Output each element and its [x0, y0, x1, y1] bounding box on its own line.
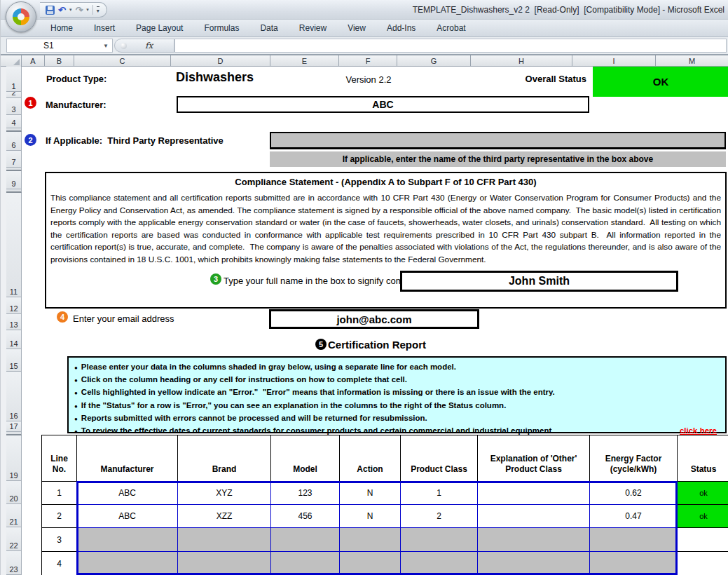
ribbon-tab-page-layout[interactable]: Page Layout: [125, 21, 193, 35]
table-cell[interactable]: 456: [271, 505, 340, 528]
table-cell[interactable]: [590, 528, 678, 552]
compliance-body: This compliance statement and all certif…: [46, 187, 725, 266]
row-header-21[interactable]: 21: [6, 504, 22, 527]
table-header-energy-factor[interactable]: Energy Factor (cycle/kWh): [590, 435, 678, 482]
table-cell[interactable]: ABC: [77, 505, 178, 528]
table-cell[interactable]: 2: [401, 505, 478, 528]
table-line-number[interactable]: 4: [42, 552, 77, 575]
office-button[interactable]: [6, 1, 36, 32]
row-header-1[interactable]: 1: [6, 67, 22, 92]
table-cell[interactable]: XYZ: [178, 482, 271, 505]
ribbon-tab-view[interactable]: View: [337, 21, 376, 35]
table-cell[interactable]: [478, 505, 590, 528]
table-header-manufacturer[interactable]: Manufacturer: [77, 435, 178, 482]
overall-status-cell[interactable]: OK: [593, 67, 728, 97]
save-icon[interactable]: [46, 6, 55, 15]
table-cell[interactable]: [340, 552, 401, 575]
table-cell[interactable]: [478, 528, 590, 552]
row-header-16[interactable]: 16: [6, 372, 22, 421]
table-cell[interactable]: N: [340, 482, 401, 505]
insert-function-button[interactable]: fx: [145, 41, 153, 50]
table-line-number[interactable]: 2: [42, 505, 77, 528]
ribbon-tab-acrobat[interactable]: Acrobat: [426, 21, 476, 35]
column-header-G[interactable]: G: [397, 55, 471, 67]
column-header-E[interactable]: E: [270, 55, 339, 67]
manufacturer-input[interactable]: ABC: [177, 96, 589, 113]
table-header-line[interactable]: Line No.: [42, 435, 77, 482]
table-line-number[interactable]: 3: [42, 528, 77, 552]
table-status-cell[interactable]: [678, 552, 728, 575]
column-header-M[interactable]: M: [656, 55, 728, 67]
table-cell[interactable]: [178, 528, 271, 552]
row-header-12[interactable]: 12: [6, 297, 22, 314]
ribbon-tab-home[interactable]: Home: [40, 21, 83, 35]
row-header-6[interactable]: 6: [6, 132, 22, 151]
table-cell[interactable]: [77, 552, 178, 575]
column-header-B[interactable]: B: [45, 55, 74, 67]
table-line-number[interactable]: 1: [42, 482, 77, 505]
select-all-corner[interactable]: [6, 55, 22, 67]
third-party-input[interactable]: [270, 132, 726, 149]
ribbon-tab-review[interactable]: Review: [289, 21, 337, 35]
table-cell[interactable]: [271, 552, 340, 575]
table-cell[interactable]: XZZ: [178, 505, 271, 528]
column-header-I[interactable]: I: [572, 55, 656, 67]
row-header-17[interactable]: 17: [6, 421, 22, 432]
ribbon-tab-insert[interactable]: Insert: [83, 21, 125, 35]
row-header-14[interactable]: 14: [6, 330, 22, 349]
row-header-20[interactable]: 20: [6, 481, 22, 504]
table-cell[interactable]: 0.47: [590, 505, 678, 528]
table-header-action[interactable]: Action: [340, 435, 401, 482]
email-input[interactable]: john@abc.com: [269, 309, 479, 329]
column-header-H[interactable]: H: [471, 55, 572, 67]
ribbon-tab-add-ins[interactable]: Add-Ins: [376, 21, 426, 35]
row-header-9[interactable]: 9: [6, 171, 22, 189]
table-cell[interactable]: [178, 552, 271, 575]
table-cell[interactable]: 123: [271, 482, 340, 505]
column-header-D[interactable]: D: [171, 55, 270, 67]
table-cell[interactable]: 1: [401, 482, 478, 505]
table-header-brand[interactable]: Brand: [178, 435, 271, 482]
formula-input[interactable]: [174, 39, 727, 53]
table-cell[interactable]: 0.62: [590, 482, 678, 505]
table-header-product-class[interactable]: Product Class: [401, 435, 478, 482]
formula-bar-dot-icon: [121, 43, 127, 49]
table-cell[interactable]: [271, 528, 340, 552]
row-header-13[interactable]: 13: [6, 314, 22, 330]
row-header-19[interactable]: 19: [6, 435, 22, 481]
table-status-cell[interactable]: [678, 528, 728, 552]
row-header-4[interactable]: 4: [6, 115, 22, 128]
table-cell[interactable]: [340, 528, 401, 552]
row-header-22[interactable]: 22: [6, 527, 22, 551]
table-cell[interactable]: ABC: [77, 482, 178, 505]
table-cell[interactable]: [401, 552, 478, 575]
undo-icon[interactable]: ↶: [58, 6, 66, 15]
customize-qat-icon[interactable]: ▾: [97, 6, 99, 14]
name-box[interactable]: S1 ▼: [6, 39, 113, 53]
full-name-input[interactable]: John Smith: [400, 271, 678, 292]
row-header-2[interactable]: 2: [6, 92, 22, 98]
table-status-cell[interactable]: ok: [678, 505, 728, 528]
table-cell[interactable]: [77, 528, 178, 552]
table-cell[interactable]: [478, 552, 590, 575]
ribbon-tab-data[interactable]: Data: [249, 21, 288, 35]
column-header-F[interactable]: F: [339, 55, 397, 67]
table-cell[interactable]: [478, 482, 590, 505]
table-cell[interactable]: [590, 552, 678, 575]
table-cell[interactable]: N: [340, 505, 401, 528]
row-header-11[interactable]: 11: [6, 193, 22, 297]
row-header-15[interactable]: 15: [6, 349, 22, 372]
table-cell[interactable]: [401, 528, 478, 552]
name-box-dropdown-icon[interactable]: ▼: [103, 43, 109, 49]
row-header-7[interactable]: 7: [6, 151, 22, 168]
ribbon-tab-formulas[interactable]: Formulas: [193, 21, 249, 35]
row-header-3[interactable]: 3: [6, 98, 22, 115]
column-header-C[interactable]: C: [74, 55, 171, 67]
table-header-explanation-of-other-[interactable]: Explanation of 'Other' Product Class: [478, 435, 590, 482]
undo-dropdown-icon[interactable]: ▾: [69, 7, 72, 13]
row-header-23[interactable]: 23: [6, 551, 22, 575]
column-header-A[interactable]: A: [22, 55, 45, 67]
table-header-model[interactable]: Model: [271, 435, 340, 482]
table-status-cell[interactable]: ok: [678, 482, 728, 505]
table-header-status[interactable]: Status: [678, 435, 728, 482]
